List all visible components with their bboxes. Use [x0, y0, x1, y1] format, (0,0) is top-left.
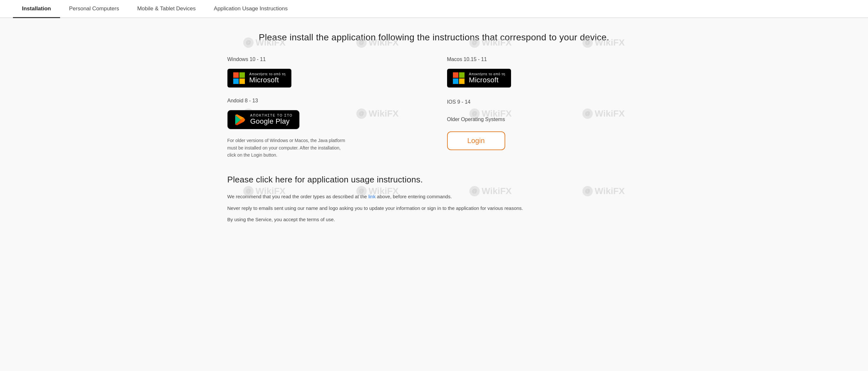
ios-label: IOS 9 - 14 — [447, 99, 641, 105]
ms-square-blue — [233, 78, 239, 84]
left-column: Windows 10 - 11 Αποκτήστε το από τη Micr… — [227, 57, 421, 159]
microsoft-badge-text-macos: Αποκτήστε το από τη Microsoft — [469, 72, 505, 84]
gp-badge-small-text: ΑΠΟΚΤΗΣΤΕ ΤΟ ΣΤΟ — [250, 114, 293, 117]
nav-item-app-usage[interactable]: Application Usage Instructions — [205, 0, 297, 18]
java-note: For older versions of Windows or Macos, … — [227, 137, 350, 159]
ms-square-red-mac — [453, 72, 458, 78]
ms-square-yellow-mac — [459, 78, 465, 84]
right-column: Macos 10.15 - 11 Αποκτήστε το από τη Mic… — [447, 57, 641, 159]
navigation: Installation Personal Computers Mobile &… — [0, 0, 868, 18]
ms-square-red — [233, 72, 239, 78]
microsoft-logo-macos — [453, 72, 465, 84]
windows-label: Windows 10 - 11 — [227, 57, 421, 62]
ms-square-green — [239, 72, 245, 78]
android-label: Andoid 8 - 13 — [227, 98, 421, 104]
google-play-badge-text: ΑΠΟΚΤΗΣΤΕ ΤΟ ΣΤΟ Google Play — [250, 114, 293, 126]
usage-link[interactable]: link — [368, 194, 376, 199]
usage-note-1-pre: We recommend that you read the order typ… — [227, 194, 369, 199]
bottom-section: Please click here for application usage … — [227, 175, 641, 224]
usage-note-3: By using the Service, you accept the ter… — [227, 215, 641, 224]
microsoft-logo-windows — [233, 72, 245, 84]
microsoft-badge-text-windows: Αποκτήστε το από τη Microsoft — [249, 72, 285, 84]
page-content: @ WikiFX @ WikiFX @ WikiFX @ WikiFX @ Wi… — [208, 18, 660, 240]
ms-badge-large-text-windows: Microsoft — [249, 76, 285, 84]
usage-note-1-post: above, before entering commands. — [376, 194, 452, 199]
gp-badge-large-text: Google Play — [250, 117, 293, 126]
usage-heading: Please click here for application usage … — [227, 175, 641, 185]
nav-item-mobile-tablet[interactable]: Mobile & Tablet Devices — [128, 0, 205, 18]
ms-badge-large-text-macos: Microsoft — [469, 76, 505, 84]
ms-badge-small-text-macos: Αποκτήστε το από τη — [469, 72, 505, 76]
main-heading: Please install the application following… — [227, 31, 641, 43]
install-grid: Windows 10 - 11 Αποκτήστε το από τη Micr… — [227, 57, 641, 159]
usage-note-2: Never reply to emails sent using our nam… — [227, 204, 641, 212]
login-button[interactable]: Login — [447, 131, 505, 150]
macos-label: Macos 10.15 - 11 — [447, 57, 641, 62]
usage-note-1: We recommend that you read the order typ… — [227, 193, 641, 201]
microsoft-macos-badge[interactable]: Αποκτήστε το από τη Microsoft — [447, 69, 511, 88]
google-play-badge[interactable]: ΑΠΟΚΤΗΣΤΕ ΤΟ ΣΤΟ Google Play — [227, 110, 300, 129]
ms-square-yellow — [239, 78, 245, 84]
nav-item-personal-computers[interactable]: Personal Computers — [60, 0, 128, 18]
ms-square-blue-mac — [453, 78, 458, 84]
nav-item-installation[interactable]: Installation — [13, 0, 60, 18]
microsoft-windows-badge[interactable]: Αποκτήστε το από τη Microsoft — [227, 69, 291, 88]
ms-square-green-mac — [459, 72, 465, 78]
older-os-label: Older Operating Systems — [447, 116, 641, 122]
google-play-icon — [234, 114, 246, 126]
ms-badge-small-text-windows: Αποκτήστε το από τη — [249, 72, 285, 76]
